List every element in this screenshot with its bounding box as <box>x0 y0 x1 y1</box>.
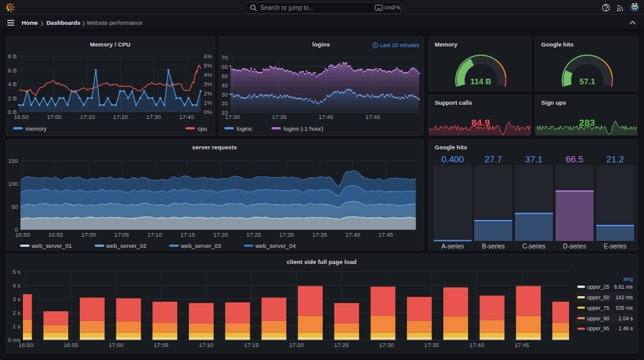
svg-text:17:10: 17:10 <box>199 341 214 348</box>
svg-text:17:10: 17:10 <box>147 231 162 238</box>
svg-text:D-series: D-series <box>563 243 586 250</box>
svg-text:Home: Home <box>22 19 38 26</box>
svg-text:100: 100 <box>8 180 18 187</box>
svg-text:50: 50 <box>221 72 228 79</box>
svg-text:❯: ❯ <box>40 20 45 26</box>
svg-text:5%: 5% <box>204 62 212 69</box>
svg-text:2 s: 2 s <box>12 309 20 316</box>
svg-text:1.04 s: 1.04 s <box>619 315 633 322</box>
svg-text:16:50: 16:50 <box>19 341 33 348</box>
svg-text:17:30: 17:30 <box>146 113 161 120</box>
svg-text:Dashboards: Dashboards <box>46 19 80 26</box>
svg-text:logins (-1 hour): logins (-1 hour) <box>284 125 323 132</box>
svg-text:A-series: A-series <box>442 243 464 250</box>
svg-text:1 s: 1 s <box>12 323 20 330</box>
svg-text:cmd+k: cmd+k <box>385 4 401 11</box>
svg-text:17:35: 17:35 <box>272 113 287 120</box>
svg-text:web_server_04: web_server_04 <box>255 242 296 249</box>
svg-text:upper_50: upper_50 <box>587 294 609 301</box>
svg-text:84.9: 84.9 <box>471 117 490 128</box>
svg-text:memory: memory <box>25 125 47 132</box>
svg-text:535 ms: 535 ms <box>616 305 633 311</box>
svg-text:3 s: 3 s <box>12 296 20 302</box>
svg-text:150: 150 <box>8 157 18 164</box>
svg-text:8 B: 8 B <box>8 53 17 59</box>
svg-text:57.1: 57.1 <box>580 77 595 86</box>
svg-text:17:35: 17:35 <box>424 341 439 348</box>
svg-text:16:50: 16:50 <box>15 231 30 238</box>
svg-text:E-series: E-series <box>604 243 627 250</box>
svg-text:Search or jump to...: Search or jump to... <box>260 4 314 11</box>
svg-text:0%: 0% <box>204 108 212 115</box>
svg-text:17:45: 17:45 <box>515 341 529 348</box>
svg-text:avg: avg <box>624 275 633 282</box>
svg-text:17:00: 17:00 <box>81 231 96 238</box>
svg-text:27.7: 27.7 <box>485 154 502 164</box>
svg-text:5 s: 5 s <box>12 268 20 275</box>
svg-text:37.1: 37.1 <box>525 154 542 164</box>
svg-text:6.81 ms: 6.81 ms <box>614 284 633 290</box>
svg-text:17:25: 17:25 <box>246 231 261 238</box>
svg-text:70: 70 <box>221 54 228 61</box>
svg-text:upper_25: upper_25 <box>587 284 609 290</box>
svg-text:17:10: 17:10 <box>80 113 95 120</box>
svg-text:17:00: 17:00 <box>109 341 124 348</box>
svg-text:17:15: 17:15 <box>244 341 259 348</box>
svg-text:17:05: 17:05 <box>115 231 129 238</box>
svg-text:6 B: 6 B <box>8 67 17 74</box>
svg-text:2 B: 2 B <box>8 95 17 102</box>
svg-text:20: 20 <box>221 100 228 107</box>
svg-text:17:45: 17:45 <box>365 113 380 120</box>
svg-text:upper_95: upper_95 <box>587 325 609 331</box>
svg-text:17:30: 17:30 <box>279 231 294 238</box>
svg-text:21.2: 21.2 <box>606 154 624 164</box>
svg-text:16:55: 16:55 <box>48 231 63 238</box>
svg-text:upper_90: upper_90 <box>587 315 609 322</box>
svg-text:web_server_02: web_server_02 <box>106 242 147 249</box>
svg-text:17:40: 17:40 <box>319 113 334 120</box>
svg-text:66.5: 66.5 <box>566 154 583 164</box>
svg-text:283: 283 <box>579 117 595 128</box>
svg-text:3%: 3% <box>204 81 212 87</box>
svg-text:16:50: 16:50 <box>14 113 28 120</box>
svg-text:17:00: 17:00 <box>47 113 62 120</box>
svg-text:17:20: 17:20 <box>289 341 304 348</box>
svg-text:17:25: 17:25 <box>334 341 349 348</box>
svg-text:16:55: 16:55 <box>64 341 79 348</box>
svg-text:Website performance: Website performance <box>87 19 142 26</box>
svg-text:17:40: 17:40 <box>179 113 194 120</box>
svg-text:C-series: C-series <box>523 243 546 250</box>
svg-text:web_server_03: web_server_03 <box>180 242 221 249</box>
svg-text:2%: 2% <box>204 90 212 97</box>
svg-text:❯: ❯ <box>82 20 86 26</box>
svg-text:4 B: 4 B <box>8 81 17 87</box>
svg-text:1.46 s: 1.46 s <box>619 325 633 331</box>
svg-text:17:15: 17:15 <box>180 231 195 238</box>
svg-text:4 s: 4 s <box>12 282 20 289</box>
svg-text:B-series: B-series <box>482 243 505 250</box>
svg-text:114 B: 114 B <box>471 77 492 86</box>
svg-text:1%: 1% <box>204 99 212 106</box>
svg-text:0.400: 0.400 <box>442 154 464 164</box>
svg-text:web_server_01: web_server_01 <box>31 242 72 249</box>
svg-text:17:35: 17:35 <box>312 231 327 238</box>
svg-text:17:20: 17:20 <box>113 113 128 120</box>
svg-text:50: 50 <box>11 203 18 210</box>
svg-text:17:05: 17:05 <box>154 341 168 348</box>
svg-text:upper_75: upper_75 <box>587 305 609 311</box>
svg-text:60: 60 <box>221 63 228 70</box>
svg-text:17:20: 17:20 <box>214 231 228 238</box>
svg-text:17:45: 17:45 <box>378 231 393 238</box>
svg-text:4%: 4% <box>204 71 212 78</box>
svg-text:17:30: 17:30 <box>225 113 240 120</box>
svg-text:17:40: 17:40 <box>346 231 360 238</box>
svg-text:17:30: 17:30 <box>379 341 394 348</box>
svg-text:30: 30 <box>221 91 228 98</box>
svg-text:142 ms: 142 ms <box>616 294 633 301</box>
svg-text:logins: logins <box>237 125 252 132</box>
svg-text:17:40: 17:40 <box>469 341 484 348</box>
svg-text:6%: 6% <box>204 53 212 59</box>
svg-text:cpu: cpu <box>198 125 207 132</box>
svg-text:40: 40 <box>221 82 228 89</box>
